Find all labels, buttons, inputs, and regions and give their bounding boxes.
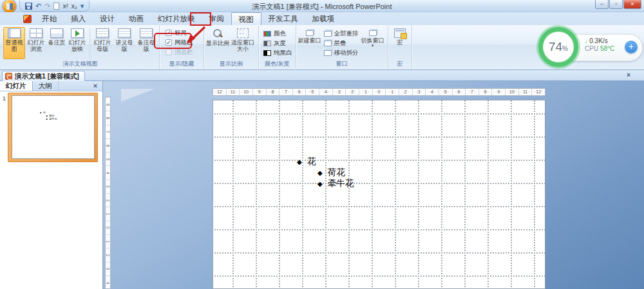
group-window: 新建窗口 全部重排 层叠 移动拆分 [296,26,388,69]
slide-sorter-button[interactable]: 幻灯片浏览 [25,27,47,59]
slide-bullet-item: ◆牵牛花 [46,117,95,120]
move-split-button[interactable]: 移动拆分 [324,49,359,57]
pane-close-icon[interactable]: × [91,82,100,90]
ruler-tick: 8 [106,111,110,124]
minimize-button[interactable]: – [595,0,609,9]
ruler-tick: 3 [332,89,346,95]
tab-design[interactable]: 设计 [93,12,122,25]
slide-bullets[interactable]: ◆花◆荷花◆牵牛花 [297,156,354,189]
normal-view-icon [8,28,21,38]
cpu-label: CPU [585,45,598,52]
black-white-button[interactable]: 纯黑白 [263,49,292,57]
ruler-tick: 5 [106,152,110,165]
tab-strip-close-icon[interactable]: × [623,71,634,80]
slide-sorter-icon [30,28,43,38]
bullet-icon: ◆ [46,118,48,120]
slide-number: 1 [3,95,6,102]
title-bar: ↶ ↷ x² x₂ ▾ 演示文稿1 [兼容模式] - Microsoft Pow… [0,0,644,12]
ruler-tick: 0 [106,221,110,234]
slide-master-button[interactable]: 幻灯片母版 [91,27,113,59]
close-button[interactable]: × [623,0,641,9]
checkbox-icon [166,49,172,55]
ruler-tick: 2 [106,193,110,207]
window-title: 演示文稿1 [兼容模式] - Microsoft PowerPoint [0,2,644,12]
ruler-tick: 2 [106,248,110,261]
gauge-ring: 74% [538,27,578,67]
switch-windows-icon [369,30,377,36]
fit-to-window-icon [237,28,249,38]
black-white-icon [263,50,271,56]
bullet-text: 花 [307,156,316,166]
bullet-icon: ◆ [317,180,323,187]
group-label: 颜色/灰度 [259,60,296,68]
ruler-tick: 4 [106,165,110,179]
ruler-vertical[interactable]: 98765432101234 [105,97,111,289]
group-label: 宏 [388,60,412,68]
ribbon-tabs: 开始 插入 设计 动画 幻灯片放映 审阅 视图 开发工具 加载项 [35,12,341,25]
tab-addins[interactable]: 加载项 [305,12,342,25]
ruler-tick: 12 [531,89,545,95]
ruler-tick: 10 [239,89,252,95]
addin-app-icon[interactable] [23,15,32,23]
notes-page-button[interactable]: 备注页 [47,27,66,59]
document-tab[interactable]: 演示文稿1 [兼容模式] [2,71,85,81]
tab-view[interactable]: 视图 [231,12,261,25]
cascade-button[interactable]: 层叠 [324,39,359,47]
ruler-tick: 8 [266,89,279,95]
maximize-button[interactable]: ▫ [609,0,623,9]
ruler-tick: 5 [305,89,319,95]
gauge-percent: 74% [549,40,568,54]
macros-button[interactable]: 宏 [390,27,410,59]
ribbon-tab-row: 开始 插入 设计 动画 幻灯片放映 审阅 视图 开发工具 加载项 [0,12,644,25]
group-separator [90,28,90,59]
tab-insert[interactable]: 插入 [64,12,93,25]
notes-master-icon [140,28,153,38]
slide-thumbnail[interactable]: 1 ◆花◆荷花◆牵牛花 [1,93,99,162]
tab-animations[interactable]: 动画 [122,12,151,25]
new-window-button[interactable]: 新建窗口 [298,27,321,59]
tab-slides[interactable]: 幻灯片 [0,81,33,91]
annotation-arrow [182,25,210,47]
ruler-tick: 7 [106,125,110,138]
ruler-tick: 7 [465,89,478,95]
normal-view-button[interactable]: 普通视图 [3,27,25,59]
ruler-tick: 3 [412,89,426,95]
tab-home[interactable]: 开始 [35,12,64,25]
ruler-tick: 9 [252,89,266,95]
ruler-horizontal[interactable]: 1211109876543210123456789101112 [213,88,545,96]
ruler-tick: 3 [106,262,110,275]
notes-page-icon [50,28,63,38]
ruler-tick: 0 [372,89,386,95]
grayscale-button[interactable]: 灰度 [263,39,292,47]
ruler-tick: 4 [106,275,110,289]
bullet-text: 牵牛花 [49,118,57,121]
cascade-icon [324,41,332,46]
ruler-tick: 7 [279,89,292,95]
ruler-tick: 9 [106,97,110,111]
color-icon [263,31,271,37]
tab-outline[interactable]: 大纲 [33,81,59,91]
slide-canvas[interactable]: ◆花◆荷花◆牵牛花 [213,100,545,289]
arrange-all-icon [324,31,332,37]
fit-to-window-button[interactable]: 适应窗口大小 [229,27,256,59]
handout-master-button[interactable]: 讲义母版 [113,27,135,59]
window-controls: – ▫ × [595,0,641,9]
arrange-all-button[interactable]: 全部重排 [324,30,359,37]
bullet-text: 花 [43,111,46,115]
gauge-plus-button[interactable]: + [625,41,638,53]
message-bar-checkbox[interactable]: 消息栏 [166,48,199,56]
group-label: 显示/隐藏 [160,60,204,68]
ruler-tick: 3 [106,180,110,193]
performance-gauge-widget[interactable]: 74% ↓ 0.3K/s CPU 58°C + [538,27,641,68]
tab-developer[interactable]: 开发工具 [261,12,305,25]
switch-windows-button[interactable]: 切换窗口 ▾ [360,27,386,59]
slide-bullet-item: ◆荷花 [317,167,354,178]
group-label: 窗口 [296,60,388,68]
network-speed: 0.3K/s [589,37,607,44]
color-button[interactable]: 颜色 [263,30,292,37]
powerpoint-window: { "window": { "title": "演示文稿1 [兼容模式] - M… [0,0,644,289]
ruler-tick: 11 [226,89,240,95]
slide-show-button[interactable]: 幻灯片放映 [66,27,88,59]
ruler-tick: 4 [319,89,332,95]
thumbnail-slide: ◆花◆荷花◆牵牛花 [12,95,95,159]
